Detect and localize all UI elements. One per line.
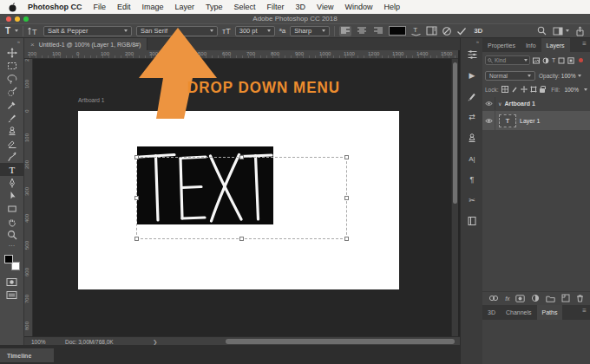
paragraph-panel-button[interactable]: ¶ <box>461 169 483 190</box>
artboard-label[interactable]: Artboard 1 <box>78 97 104 103</box>
commit-edit-icon[interactable] <box>456 27 467 36</box>
filter-pin-icon[interactable] <box>579 58 583 62</box>
filter-pixel-layers-icon[interactable] <box>533 57 540 64</box>
visibility-toggle[interactable] <box>482 97 495 110</box>
vertical-scrollbar[interactable] <box>451 59 458 336</box>
smudge-tool[interactable] <box>0 150 24 163</box>
handle-top-left[interactable] <box>134 155 139 159</box>
handle-bottom-right[interactable] <box>344 237 349 241</box>
color-sliders-panel-button[interactable] <box>461 44 483 65</box>
filter-smart-objects-icon[interactable] <box>567 57 574 64</box>
panel-menu-icon[interactable]: ≡ <box>582 38 590 52</box>
pen-tool[interactable] <box>0 176 24 189</box>
align-left-button[interactable] <box>339 26 351 36</box>
panel-tab[interactable]: Layers <box>541 38 570 52</box>
warp-text-icon[interactable]: T <box>410 25 422 36</box>
type-tool[interactable]: T <box>0 163 24 176</box>
collapse-artboard-icon[interactable]: ∨ <box>498 101 502 107</box>
panel-tab[interactable]: Info <box>521 38 541 52</box>
zoom-tool[interactable] <box>0 228 24 241</box>
lock-transparency-icon[interactable] <box>502 86 508 93</box>
hand-tool[interactable] <box>0 215 24 228</box>
horizontal-scrollbar-thumb[interactable] <box>226 339 455 344</box>
chevron-down-icon[interactable] <box>578 75 581 77</box>
panel-tab[interactable]: Properties <box>482 38 521 52</box>
screen-mode-button[interactable] <box>0 289 24 302</box>
menu-item-edit[interactable]: Edit <box>117 3 131 11</box>
filter-type-layers-icon[interactable]: T <box>552 57 555 63</box>
handle-top-right[interactable] <box>344 155 349 159</box>
menu-item-3d[interactable]: 3D <box>296 3 306 11</box>
font-style-select[interactable]: San Serif <box>136 26 218 36</box>
handle-top-center[interactable] <box>239 155 244 159</box>
vertical-ruler[interactable]: 2001000100200300400500600700800900 <box>24 59 33 336</box>
lock-artboard-icon[interactable] <box>530 86 537 93</box>
search-icon[interactable] <box>537 26 547 36</box>
expand-panels-button[interactable]: » <box>461 38 482 44</box>
clone-source-panel-button[interactable]: ⇄ <box>461 107 483 127</box>
anti-alias-select[interactable]: Sharp <box>290 26 330 36</box>
brush-settings-panel-button[interactable] <box>461 86 483 107</box>
panel-tab[interactable]: Channels <box>501 305 537 320</box>
canvas-area[interactable]: Artboard 1 <box>33 59 451 336</box>
cancel-edit-icon[interactable] <box>442 26 452 36</box>
libraries-panel-button[interactable] <box>461 211 483 231</box>
path-selection-tool[interactable] <box>0 189 24 202</box>
document-size-info[interactable]: Doc: 3,00M/768,0K <box>65 339 114 345</box>
scissors-panel-button[interactable]: ✂ <box>461 190 483 211</box>
foreground-color-swatch[interactable] <box>4 255 13 263</box>
opacity-value[interactable]: 100% <box>561 73 576 79</box>
actions-panel-button[interactable]: ▶ <box>461 65 483 86</box>
menu-item-help[interactable]: Help <box>384 3 400 11</box>
delete-layer-icon[interactable] <box>576 294 584 302</box>
quick-mask-button[interactable] <box>0 276 24 289</box>
collapse-toolbar-button[interactable]: » <box>17 38 23 46</box>
handle-middle-left[interactable] <box>134 196 139 200</box>
layer-style-button[interactable]: fx <box>505 296 509 302</box>
edit-toolbar-button[interactable]: … <box>9 241 16 251</box>
eraser-tool[interactable] <box>0 137 24 150</box>
3d-button[interactable]: 3D <box>471 27 485 35</box>
menu-item-photoshop-cc[interactable]: Photoshop CC <box>28 3 82 11</box>
align-right-button[interactable] <box>372 26 384 36</box>
handle-middle-right[interactable] <box>344 196 349 200</box>
fill-value[interactable]: 100% <box>564 87 579 93</box>
font-size-select[interactable]: 300 pt <box>235 26 275 36</box>
character-panel-button[interactable]: A| <box>461 148 483 169</box>
share-icon[interactable] <box>575 26 585 36</box>
menu-item-select[interactable]: Select <box>234 3 256 11</box>
filter-shape-layers-icon[interactable] <box>558 57 565 64</box>
panel-menu-icon[interactable]: ≡ <box>582 305 590 320</box>
lock-pixels-icon[interactable] <box>511 86 518 93</box>
align-center-button[interactable] <box>356 26 368 36</box>
toggle-panels-icon[interactable] <box>426 26 437 36</box>
document-tab[interactable]: × Untitled-1 @ 100% (Layer 1, RGB/8#) <box>24 38 148 50</box>
foreground-background-swatches[interactable] <box>4 255 20 270</box>
font-family-select[interactable]: Salt & Pepper <box>43 26 132 36</box>
zoom-window-button[interactable] <box>23 16 29 22</box>
layer-name[interactable]: Artboard 1 <box>504 101 534 107</box>
menu-item-view[interactable]: View <box>317 3 333 11</box>
menu-item-filter[interactable]: Filter <box>267 3 285 11</box>
visibility-toggle[interactable] <box>482 111 495 130</box>
quick-selection-tool[interactable] <box>0 85 24 98</box>
layer-filter-select[interactable]: Kind <box>485 55 530 65</box>
marquee-tool[interactable] <box>0 59 24 72</box>
text-orientation-icon[interactable]: T <box>28 26 39 36</box>
zoom-level[interactable]: 100% <box>31 339 46 345</box>
workspace-switcher[interactable] <box>553 27 569 36</box>
close-document-icon[interactable]: × <box>30 41 35 49</box>
handle-bottom-left[interactable] <box>134 237 139 241</box>
tool-preset-picker[interactable]: T <box>5 26 18 36</box>
tool-presets-panel-button[interactable] <box>461 127 483 148</box>
layer-thumbnail[interactable]: T <box>499 114 516 127</box>
rectangle-tool[interactable] <box>0 202 24 215</box>
clone-stamp-tool[interactable] <box>0 124 24 137</box>
apple-icon[interactable] <box>9 3 16 12</box>
blend-mode-select[interactable]: Normal <box>485 71 535 81</box>
minimize-window-button[interactable] <box>15 16 20 22</box>
adjustment-layer-icon[interactable] <box>531 294 540 302</box>
layer-mask-icon[interactable] <box>515 295 525 302</box>
link-layers-icon[interactable] <box>488 295 499 302</box>
horizontal-ruler[interactable]: 2001000100200300400500600700800900100011… <box>24 50 458 59</box>
